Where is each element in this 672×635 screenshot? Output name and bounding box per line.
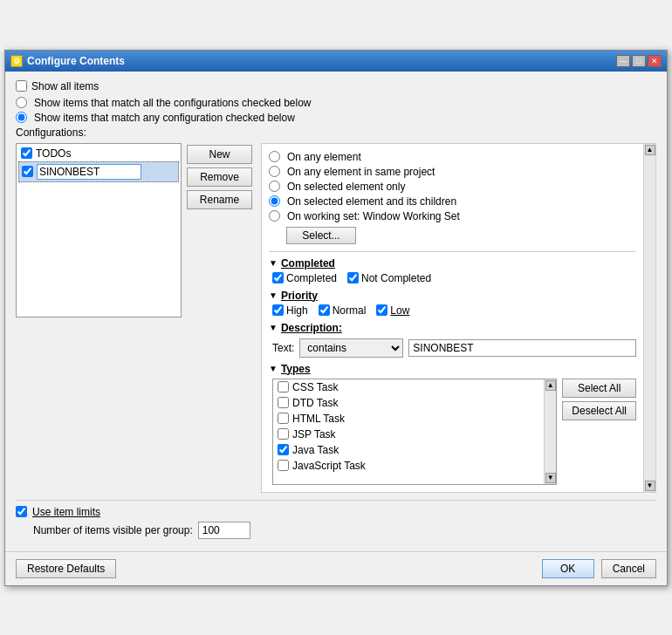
scope-any-element-radio[interactable] bbox=[269, 151, 280, 162]
scope-selected-children-label: On selected element and its children bbox=[287, 195, 456, 208]
config-list: TODOs bbox=[16, 143, 182, 318]
match-all-radio[interactable] bbox=[16, 97, 27, 108]
scroll-up-icon[interactable]: ▲ bbox=[645, 145, 655, 155]
sinonbest-edit[interactable] bbox=[37, 164, 141, 180]
jsp-task-label: JSP Task bbox=[292, 428, 336, 440]
type-item-jsp[interactable]: JSP Task bbox=[273, 427, 544, 442]
dtd-task-label: DTD Task bbox=[292, 397, 338, 409]
sinonbest-checkbox[interactable] bbox=[22, 166, 33, 177]
types-arrow-icon: ▼ bbox=[269, 364, 278, 373]
configure-contents-dialog: ⚙ Configure Contents — □ ✕ Show all item… bbox=[4, 50, 668, 586]
not-completed-checkbox[interactable] bbox=[347, 272, 359, 283]
type-item-html[interactable]: HTML Task bbox=[273, 411, 544, 427]
close-button[interactable]: ✕ bbox=[648, 55, 662, 67]
items-per-group-input[interactable] bbox=[198, 522, 250, 539]
type-item-java[interactable]: Java Task bbox=[273, 442, 544, 458]
priority-arrow-icon: ▼ bbox=[269, 290, 278, 300]
title-bar: ⚙ Configure Contents — □ ✕ bbox=[5, 51, 667, 72]
description-text-input[interactable] bbox=[408, 339, 636, 357]
low-label: Low bbox=[390, 304, 409, 317]
rename-button[interactable]: Rename bbox=[187, 190, 252, 209]
match-all-label: Show items that match all the configurat… bbox=[34, 97, 312, 109]
types-header-label: Types bbox=[281, 363, 311, 375]
type-item-dtd[interactable]: DTD Task bbox=[273, 395, 544, 411]
dialog-icon: ⚙ bbox=[10, 55, 23, 67]
types-section-header[interactable]: ▼ Types bbox=[269, 363, 636, 375]
css-task-label: CSS Task bbox=[292, 381, 338, 393]
config-item-todos[interactable]: TODOs bbox=[18, 146, 179, 161]
scope-selected-only-label: On selected element only bbox=[287, 181, 405, 193]
ok-button[interactable]: OK bbox=[542, 559, 594, 578]
low-checkbox[interactable] bbox=[376, 304, 387, 316]
select-all-button[interactable]: Select All bbox=[562, 379, 636, 398]
completed-header-label: Completed bbox=[281, 257, 335, 270]
description-section-header[interactable]: ▼ Description: bbox=[269, 322, 636, 334]
todos-label: TODOs bbox=[36, 147, 71, 160]
completed-label: Completed bbox=[286, 272, 337, 284]
scope-any-element-label: On any element bbox=[287, 151, 361, 163]
javascript-task-label: JavaScript Task bbox=[292, 460, 366, 472]
java-task-label: Java Task bbox=[292, 444, 339, 456]
configurations-label: Configurations: bbox=[16, 126, 656, 139]
high-checkbox[interactable] bbox=[272, 304, 284, 316]
todos-checkbox[interactable] bbox=[21, 147, 32, 159]
scope-selected-children-radio[interactable] bbox=[269, 195, 280, 207]
java-task-checkbox[interactable] bbox=[278, 444, 289, 455]
dialog-title: Configure Contents bbox=[27, 55, 125, 67]
scroll-down-icon[interactable]: ▼ bbox=[645, 481, 655, 491]
jsp-task-checkbox[interactable] bbox=[278, 428, 289, 440]
html-task-checkbox[interactable] bbox=[278, 413, 289, 424]
maximize-button[interactable]: □ bbox=[632, 55, 646, 67]
show-all-items-label: Show all items bbox=[31, 80, 99, 92]
description-arrow-icon: ▼ bbox=[269, 323, 278, 332]
show-all-items-checkbox[interactable] bbox=[16, 80, 27, 92]
match-any-radio[interactable] bbox=[16, 112, 27, 123]
type-item-css[interactable]: CSS Task bbox=[273, 379, 544, 395]
deselect-all-button[interactable]: Deselect All bbox=[562, 401, 636, 420]
scope-same-project-label: On any element in same project bbox=[287, 166, 435, 178]
types-scroll-up[interactable]: ▲ bbox=[545, 380, 556, 391]
type-item-javascript[interactable]: JavaScript Task bbox=[273, 458, 544, 474]
scope-selected-only-radio[interactable] bbox=[269, 181, 280, 192]
match-any-label: Show items that match any configuration … bbox=[34, 112, 295, 124]
completed-checkbox[interactable] bbox=[272, 272, 284, 283]
minimize-button[interactable]: — bbox=[616, 55, 630, 67]
css-task-checkbox[interactable] bbox=[278, 381, 289, 393]
description-type-select[interactable]: contains does not contain equals starts … bbox=[299, 338, 403, 358]
priority-section-header[interactable]: ▼ Priority bbox=[269, 290, 636, 302]
completed-section-header[interactable]: ▼ Completed bbox=[269, 257, 636, 270]
scope-same-project-radio[interactable] bbox=[269, 166, 280, 177]
right-scrollbar[interactable]: ▲ ▼ bbox=[643, 144, 655, 492]
types-list: CSS Task DTD Task HTML Task bbox=[273, 379, 544, 484]
scope-working-set-label: On working set: Window Working Set bbox=[287, 210, 460, 222]
select-button[interactable]: Select... bbox=[286, 227, 356, 244]
completed-arrow-icon: ▼ bbox=[269, 258, 278, 268]
normal-label: Normal bbox=[333, 304, 367, 317]
scope-working-set-radio[interactable] bbox=[269, 210, 280, 222]
use-item-limits-checkbox[interactable] bbox=[16, 506, 27, 517]
priority-header-label: Priority bbox=[281, 290, 318, 302]
types-scroll-down[interactable]: ▼ bbox=[545, 473, 556, 483]
high-label: High bbox=[286, 304, 308, 317]
dtd-task-checkbox[interactable] bbox=[278, 397, 289, 408]
use-item-limits-label: Use item limits bbox=[32, 506, 100, 518]
new-button[interactable]: New bbox=[187, 145, 252, 164]
not-completed-label: Not Completed bbox=[361, 272, 431, 284]
cancel-button[interactable]: Cancel bbox=[601, 559, 656, 578]
restore-defaults-button[interactable]: Restore Defaults bbox=[16, 559, 116, 578]
description-header-label: Description: bbox=[281, 322, 342, 334]
html-task-label: HTML Task bbox=[292, 413, 345, 425]
javascript-task-checkbox[interactable] bbox=[278, 460, 289, 471]
remove-button[interactable]: Remove bbox=[187, 167, 252, 187]
items-per-group-label: Number of items visible per group: bbox=[33, 524, 193, 536]
config-item-sinonbest[interactable] bbox=[18, 161, 179, 182]
text-label: Text: bbox=[272, 342, 294, 354]
normal-checkbox[interactable] bbox=[319, 304, 330, 316]
